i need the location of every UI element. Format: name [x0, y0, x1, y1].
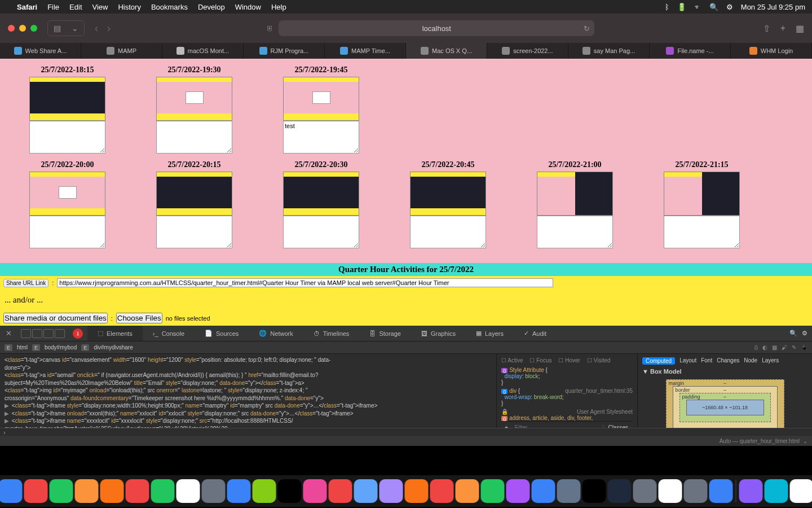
note-textarea[interactable]	[156, 216, 232, 248]
dock-app-icon[interactable]	[532, 479, 555, 503]
zoom-window-button[interactable]	[30, 25, 37, 32]
browser-tab[interactable]: say Man Pag...	[568, 43, 650, 59]
dock-app-icon[interactable]	[659, 479, 682, 503]
print-styles-icon[interactable]: ⎙	[754, 344, 758, 351]
reload-icon[interactable]: ↻	[584, 24, 590, 33]
menu-develop[interactable]: Develop	[198, 3, 225, 11]
screenshot-thumbnail[interactable]	[283, 77, 359, 121]
browser-tab[interactable]: MAMP	[81, 43, 162, 59]
browser-tab[interactable]: File.name -...	[650, 43, 731, 59]
note-textarea[interactable]	[29, 121, 105, 154]
screenshot-thumbnail[interactable]	[156, 172, 232, 216]
color-scheme-icon[interactable]: ◐	[762, 344, 767, 351]
crumb-div[interactable]: div#mydivshare	[94, 344, 133, 351]
battery-icon[interactable]: 🔋	[677, 3, 686, 11]
paint-icon[interactable]: 🖌	[782, 344, 787, 351]
screenshot-thumbnail[interactable]	[537, 172, 613, 216]
dock-app-icon[interactable]	[176, 479, 200, 503]
share-icon[interactable]: ⇧	[763, 23, 770, 34]
note-textarea[interactable]	[29, 216, 105, 248]
dock-app-icon[interactable]	[0, 479, 23, 503]
dock-app-icon[interactable]	[582, 479, 606, 503]
note-textarea[interactable]	[156, 121, 232, 154]
note-textarea[interactable]: test	[283, 121, 359, 154]
dock-app-icon[interactable]	[278, 479, 302, 503]
minimize-window-button[interactable]	[19, 25, 26, 32]
tab-overview-icon[interactable]: ▦	[796, 23, 804, 34]
wifi-icon[interactable]: ᯤ	[694, 3, 701, 11]
menu-file[interactable]: File	[47, 3, 59, 11]
menu-history[interactable]: History	[118, 3, 140, 11]
note-textarea[interactable]	[537, 216, 613, 248]
dock-bottom-icon[interactable]	[32, 329, 42, 338]
dock-app-icon[interactable]	[354, 479, 378, 503]
dock-app-icon[interactable]	[405, 479, 429, 503]
dock-window-icon[interactable]	[43, 329, 54, 338]
dock-app-icon[interactable]	[227, 479, 251, 503]
crumb-html[interactable]: html	[17, 344, 28, 351]
error-badge[interactable]: 1	[73, 329, 83, 339]
dock-app-icon[interactable]	[126, 479, 149, 503]
browser-tab[interactable]: WHM Login	[731, 43, 812, 59]
bluetooth-icon[interactable]: ᛒ	[665, 3, 669, 11]
gear-icon[interactable]: ⚙	[802, 330, 807, 337]
tab-timelines[interactable]: ⏱Timelines	[303, 326, 360, 341]
dock-app-icon[interactable]	[303, 479, 327, 503]
screenshot-thumbnail[interactable]	[156, 77, 232, 121]
dock-app-icon[interactable]	[430, 479, 454, 503]
dock-app-icon[interactable]	[253, 479, 276, 503]
note-textarea[interactable]	[664, 216, 740, 248]
dock-app-icon[interactable]	[684, 479, 708, 503]
dock-app-icon[interactable]	[50, 479, 73, 503]
screenshot-thumbnail[interactable]	[29, 172, 105, 216]
tab-elements[interactable]: ⬚Elements	[87, 326, 143, 341]
browser-tab[interactable]: screen-2022...	[487, 43, 568, 59]
note-textarea[interactable]	[283, 216, 359, 248]
dock-app-icon[interactable]	[608, 479, 632, 503]
screenshot-thumbnail[interactable]	[410, 172, 486, 216]
browser-tab[interactable]: Mac OS X Q...	[406, 43, 487, 59]
browser-tab[interactable]: Web Share A...	[0, 43, 81, 59]
menu-view[interactable]: View	[92, 3, 108, 11]
app-name[interactable]: Safari	[17, 3, 37, 11]
tab-node[interactable]: Node	[744, 357, 757, 365]
menu-window[interactable]: Window	[235, 3, 261, 11]
dock-app-icon[interactable]	[709, 479, 733, 503]
dock-app-icon[interactable]	[765, 479, 788, 503]
dock-app-icon[interactable]	[739, 479, 763, 503]
control-center-icon[interactable]: ⚙	[726, 3, 733, 11]
console-prompt[interactable]: ›	[0, 428, 812, 436]
tab-changes[interactable]: Changes	[717, 357, 739, 365]
tab-font[interactable]: Font	[701, 357, 712, 365]
crumb-body[interactable]: body#mybod	[45, 344, 77, 351]
dom-tree[interactable]: <class="t-tag">canvas id="canvaselement"…	[0, 354, 496, 428]
menu-help[interactable]: Help	[271, 3, 286, 11]
rulers-icon[interactable]: ▦	[772, 344, 777, 351]
address-bar[interactable]: ⛨ localhost ↻	[279, 20, 594, 36]
tab-storage[interactable]: 🗄Storage	[359, 326, 411, 341]
browser-tab[interactable]: macOS Mont...	[162, 43, 244, 59]
menu-bookmarks[interactable]: Bookmarks	[151, 3, 188, 11]
tab-sources[interactable]: 📄Sources	[195, 326, 249, 341]
tab-console[interactable]: ›_Console	[143, 326, 195, 341]
menubar-clock[interactable]: Mon 25 Jul 9:25 pm	[741, 3, 805, 11]
dock-app-icon[interactable]	[557, 479, 581, 503]
element-picker-icon[interactable]	[55, 329, 65, 338]
dock-side-icon[interactable]	[21, 329, 31, 338]
tab-network[interactable]: 🌐Network	[249, 326, 303, 341]
search-icon[interactable]: 🔍	[789, 330, 797, 337]
spotlight-icon[interactable]: 🔍	[709, 3, 718, 11]
browser-tab[interactable]: MAMP Time...	[325, 43, 406, 59]
share-url-button[interactable]: Share URL Link	[3, 279, 48, 287]
dock-app-icon[interactable]	[456, 479, 479, 503]
menu-edit[interactable]: Edit	[69, 3, 82, 11]
dock-app-icon[interactable]	[329, 479, 352, 503]
dock-app-icon[interactable]	[790, 479, 813, 503]
edit-icon[interactable]: ✎	[792, 344, 796, 351]
note-textarea[interactable]	[410, 216, 486, 248]
new-tab-icon[interactable]: +	[780, 23, 785, 34]
screenshot-thumbnail[interactable]	[283, 172, 359, 216]
dock-app-icon[interactable]	[151, 479, 175, 503]
device-icon[interactable]: 📱	[801, 344, 807, 351]
tab-computed[interactable]: Computed	[642, 357, 675, 365]
